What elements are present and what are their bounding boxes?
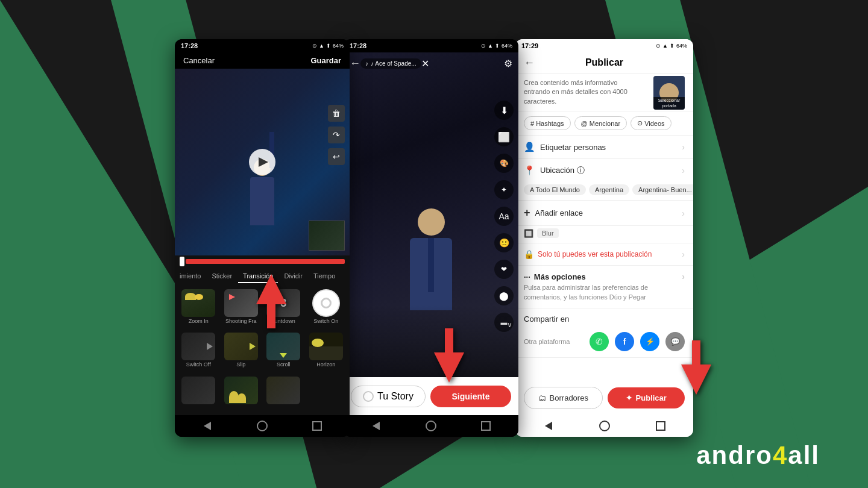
video-preview: 🗑 ↷ ↩ — [175, 69, 350, 255]
music-badge: ♪ ♪ Ace of Spade... — [360, 58, 421, 69]
story-option-button[interactable]: Tu Story — [351, 386, 426, 407]
cancel-button[interactable]: Cancelar — [183, 56, 215, 65]
share-header: Compartir en — [524, 314, 685, 328]
red-arrow-up — [250, 271, 292, 334]
back-icon — [204, 422, 211, 430]
delete-icon[interactable]: 🗑 — [328, 105, 345, 122]
home-nav-button[interactable] — [255, 419, 269, 433]
home-nav3-button[interactable] — [597, 419, 612, 433]
location-tags: A Todo El Mundo Argentina Argentina- Bue… — [515, 182, 693, 201]
emoji-icon-btn[interactable]: 🙂 — [494, 233, 514, 252]
dots-icon: ··· — [524, 272, 530, 281]
tab-movement[interactable]: imiento — [175, 270, 206, 283]
publicar-star-icon: ✦ — [626, 393, 632, 402]
back-nav-button[interactable] — [200, 419, 215, 433]
transition-switch-on[interactable]: Switch On — [306, 289, 347, 330]
undo-icon[interactable]: ↩ — [328, 148, 345, 165]
timeline-handle[interactable] — [180, 257, 184, 266]
loc-tag-world[interactable]: A Todo El Mundo — [524, 184, 586, 195]
tag-persons-chevron: › — [682, 142, 685, 152]
save-button[interactable]: Guardar — [310, 56, 341, 65]
loc-tag-argentina[interactable]: Argentina — [589, 184, 629, 195]
videos-label: Videos — [644, 120, 664, 127]
transition-switch-off[interactable]: Switch Off — [178, 333, 219, 374]
whatsapp-button[interactable]: ✆ — [590, 332, 609, 351]
location-left: 📍 Ubicación ⓘ — [524, 165, 585, 176]
settings-button[interactable]: ✕ — [421, 58, 429, 69]
svg-marker-0 — [256, 274, 286, 328]
screen1-status-bar: 17:28 ⊙ ▲ ⬆ 64% — [175, 39, 350, 52]
borradores-icon: 🗂 — [538, 393, 546, 402]
transition-horizon[interactable]: Horizon — [306, 333, 347, 374]
recents-nav3-icon — [656, 421, 665, 431]
screen2-back-button[interactable]: ← — [350, 57, 360, 70]
flip-icon-btn[interactable]: ⬜ — [494, 127, 514, 146]
tab-sticker[interactable]: Sticker — [207, 270, 237, 283]
transition-scroll[interactable]: Scroll — [263, 333, 304, 374]
text-icon-btn[interactable]: Aa — [494, 207, 514, 226]
blur-badge: Blur — [537, 228, 559, 238]
screen3-body: ← Publicar Crea contenido más informativ… — [515, 52, 693, 437]
s2-man-tie — [428, 238, 434, 292]
layer-icon-btn[interactable]: ⬤ — [494, 286, 514, 305]
transition-zoom-in-label: Zoom In — [189, 318, 209, 324]
transition-r3b[interactable] — [221, 377, 262, 411]
loc-tag-buenos[interactable]: Argentina- Buen... — [632, 184, 693, 195]
recents-nav-button[interactable] — [310, 419, 324, 433]
red-arrow-down-siguiente — [428, 325, 470, 388]
download-icon-btn[interactable]: ⬇ — [494, 101, 514, 120]
more-options-row[interactable]: ··· Más opciones › Pulsa para administra… — [515, 266, 693, 308]
mention-pill[interactable]: @ Mencionar — [574, 116, 627, 130]
transition-r3a[interactable] — [178, 377, 219, 411]
borradores-button[interactable]: 🗂 Borradores — [524, 387, 603, 409]
play-button[interactable] — [249, 149, 275, 175]
videos-icon: ⊙ — [637, 119, 643, 127]
transition-slip[interactable]: Slip — [221, 333, 262, 374]
screen1-body: Cancelar Guardar — [175, 52, 350, 437]
add-link-row[interactable]: + Añadir enlace › — [515, 201, 693, 226]
more-options-button[interactable]: ⚙ — [504, 58, 512, 69]
timeline-progress[interactable] — [186, 259, 345, 264]
home-nav2-button[interactable] — [424, 419, 438, 433]
add-icon: + — [524, 207, 530, 219]
siguiente-button[interactable]: Siguiente — [430, 386, 511, 407]
hashtag-pill[interactable]: # Hashtags — [524, 116, 571, 130]
screen2-status-icons: ⊙ ▲ ⬆ 64% — [481, 43, 512, 49]
effects-icon-btn[interactable]: ✦ — [494, 180, 514, 199]
messenger-button[interactable]: ⚡ — [640, 332, 659, 351]
privacy-row[interactable]: 🔒 Solo tú puedes ver esta publicación › — [515, 243, 693, 266]
tag-persons-row[interactable]: 👤 Etiquetar personas › — [515, 136, 693, 159]
recents-nav2-button[interactable] — [479, 419, 493, 433]
location-row[interactable]: 📍 Ubicación ⓘ › — [515, 159, 693, 182]
sticker-icon-btn[interactable]: ❤ — [494, 260, 514, 279]
back-nav3-button[interactable] — [541, 419, 556, 433]
s2-man-body — [410, 238, 452, 310]
redo-icon[interactable]: ↷ — [328, 127, 345, 143]
screen2-right-icons: ⬇ ⬜ 🎨 ✦ Aa 🙂 ❤ ⬤ ▬ — [494, 101, 514, 332]
logo-andro: andro — [696, 441, 773, 469]
transition-r3c[interactable] — [263, 377, 304, 411]
filter-icon-btn[interactable]: 🎨 — [494, 154, 514, 173]
home-nav3-icon — [599, 421, 610, 431]
videos-pill[interactable]: ⊙ Videos — [631, 116, 671, 130]
screen2-nav-bar — [344, 415, 518, 437]
recents-nav3-button[interactable] — [653, 419, 668, 433]
publicar-button[interactable]: ✦ Publicar — [608, 387, 685, 408]
hashtag-label: Hashtags — [536, 120, 564, 127]
screen3-status-bar: 17:29 ⊙ ▲ ⬆ 64% — [515, 39, 693, 52]
publish-back-button[interactable]: ← — [524, 57, 535, 69]
transition-switch-on-label: Switch On — [313, 318, 338, 324]
screen1-time: 17:28 — [181, 42, 198, 49]
blur-icon: 🔲 — [524, 229, 533, 238]
screen2-time: 17:28 — [350, 42, 366, 49]
screen1-header: Cancelar Guardar — [175, 52, 350, 69]
cover-selector[interactable]: Seleccionar portada — [653, 76, 685, 110]
bottom-actions: 🗂 Borradores ✦ Publicar — [515, 381, 693, 415]
transition-zoom-in[interactable]: Zoom In — [178, 289, 219, 330]
screen2-status-bar: 17:28 ⊙ ▲ ⬆ 64% — [344, 39, 518, 52]
tab-time[interactable]: Tiempo — [309, 270, 340, 283]
back-nav2-button[interactable] — [369, 419, 383, 433]
add-link-label: Añadir enlace — [535, 208, 583, 217]
facebook-button[interactable]: f — [615, 332, 634, 351]
publicar-label: Publicar — [636, 393, 667, 402]
